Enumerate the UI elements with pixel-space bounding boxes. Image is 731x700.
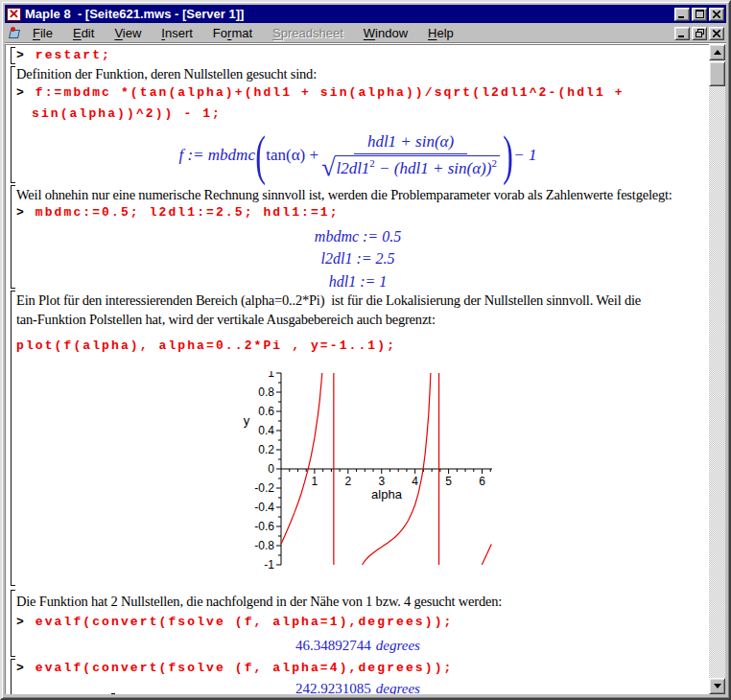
text-cursor	[111, 693, 115, 694]
svg-text:1: 1	[268, 371, 274, 380]
svg-text:-0.2: -0.2	[254, 481, 274, 495]
svg-text:-0.4: -0.4	[254, 501, 274, 514]
scroll-down-button[interactable]	[709, 678, 725, 694]
input-restart[interactable]: > restart;	[16, 48, 111, 62]
svg-text:-0.8: -0.8	[254, 539, 274, 552]
big-paren-left: (	[255, 128, 266, 183]
paragraph-text: Weil ohnehin nur eine numerische Rechnun…	[16, 187, 672, 203]
input-plot-command[interactable]: plot(f(alpha), alpha=0..2*Pi , y=-1..1);	[16, 338, 396, 353]
input-prompt: >	[16, 48, 26, 62]
group-bracket	[11, 659, 15, 694]
vertical-scrollbar[interactable]	[709, 44, 725, 694]
plot-output[interactable]: 123456-1-0.8-0.6-0.4-0.200.20.40.60.81al…	[233, 371, 513, 584]
group-bracket	[11, 291, 15, 586]
maximize-button[interactable]	[692, 8, 707, 21]
paragraph-text: Ein Plot für den interessierenden Bereic…	[16, 292, 641, 309]
maximize-icon	[696, 10, 704, 18]
menu-item-help[interactable]: Help	[423, 24, 459, 42]
plot-svg: 123456-1-0.8-0.6-0.4-0.200.20.40.60.81al…	[233, 371, 513, 584]
scrollbar-thumb[interactable]	[709, 61, 725, 86]
svg-text:5: 5	[445, 475, 452, 488]
group-bracket	[11, 590, 15, 657]
child-restore-icon	[696, 29, 704, 37]
svg-text:-0.6: -0.6	[254, 520, 274, 533]
child-minimize-button[interactable]	[674, 27, 690, 40]
scroll-up-button[interactable]	[709, 44, 725, 60]
minimize-button[interactable]	[674, 8, 690, 21]
output-result-1: 46.34892744degrees	[16, 638, 699, 654]
output-assign-mbdmc: mbdmc := 0.5	[16, 228, 699, 245]
svg-text:0.8: 0.8	[258, 385, 274, 399]
svg-text:0: 0	[268, 462, 274, 476]
svg-text:6: 6	[479, 475, 485, 488]
title-bar: Maple 8 - [Seite621.mws - [Server 1]]	[5, 5, 726, 23]
fraction: hdl1 + sin(α) √ l2dl12 − (hdl1 + sin(α))…	[321, 132, 500, 178]
svg-text:3: 3	[378, 475, 385, 488]
paragraph-text: Die Funktion hat 2 Nullstellen, die nach…	[16, 594, 502, 610]
svg-text:0.6: 0.6	[258, 405, 274, 418]
worksheet-icon[interactable]	[9, 27, 22, 39]
paragraph-text: tan-Funktion Polstellen hat, wird der ve…	[16, 312, 436, 328]
input-f-definition[interactable]: > f:=mbdmc *(tan(alpha)+(hdl1 + sin(alph…	[16, 85, 625, 100]
svg-text:alpha: alpha	[371, 487, 403, 502]
arrow-down-icon	[714, 684, 721, 688]
output-assign-hdl1: hdl1 := 1	[16, 273, 699, 291]
input-fsolve-2[interactable]: > evalf(convert(fsolve (f, alpha=4),degr…	[16, 661, 453, 675]
output-assign-l2dl1: l2dl1 := 2.5	[16, 250, 699, 268]
maple-window: Maple 8 - [Seite621.mws - [Server 1]] Fi…	[0, 0, 731, 700]
child-restore-button[interactable]	[692, 27, 707, 40]
svg-text:y: y	[244, 413, 250, 428]
group-bracket	[11, 185, 15, 289]
big-paren-right: )	[503, 128, 513, 183]
menu-item-format[interactable]: Format	[208, 24, 257, 42]
menu-item-file[interactable]: File	[28, 24, 58, 42]
close-icon	[713, 11, 720, 18]
maple-app-icon[interactable]	[7, 8, 21, 21]
group-bracket	[11, 66, 15, 183]
window-title: Maple 8 - [Seite621.mws - [Server 1]]	[25, 7, 674, 21]
input-parameters[interactable]: > mbdmc:=0.5; l2dl1:=2.5; hdl1:=1;	[16, 205, 340, 220]
input-prompt: >	[16, 85, 26, 100]
child-close-button[interactable]	[709, 27, 724, 40]
menu-item-edit[interactable]: Edit	[68, 24, 99, 42]
child-close-icon	[713, 30, 720, 37]
svg-text:0.4: 0.4	[258, 424, 274, 437]
svg-text:4: 4	[412, 475, 418, 488]
input-prompt: >	[16, 661, 26, 675]
menu-items: FileEditViewInsertFormatSpreadsheetWindo…	[28, 24, 674, 42]
input-fsolve-1[interactable]: > evalf(convert(fsolve (f, alpha=1),degr…	[16, 615, 453, 629]
svg-text:0.2: 0.2	[258, 443, 274, 456]
close-button[interactable]	[709, 8, 724, 21]
menu-item-spreadsheet: Spreadsheet	[268, 24, 348, 42]
svg-text:2: 2	[344, 475, 351, 488]
svg-text:1: 1	[312, 475, 318, 488]
sqrt-radical: √	[321, 157, 335, 178]
arrow-up-icon	[714, 50, 721, 55]
input-f-definition-cont[interactable]: sin(alpha))^2)) - 1;	[32, 106, 222, 121]
input-prompt: >	[16, 205, 26, 220]
menu-item-insert[interactable]: Insert	[156, 24, 198, 42]
worksheet-area[interactable]: > restart; Definition der Funktion, dere…	[5, 44, 712, 694]
menu-bar: FileEditViewInsertFormatSpreadsheetWindo…	[5, 24, 726, 43]
menu-item-view[interactable]: View	[109, 24, 146, 42]
math-output-f: f := mbdmc ( tan(α) + hdl1 + sin(α) √ l2…	[16, 126, 699, 185]
paragraph-text: Definition der Funktion, deren Nullstell…	[16, 66, 317, 82]
output-result-2: 242.9231085degrees	[16, 681, 699, 694]
input-prompt: >	[16, 615, 26, 629]
child-minimize-icon	[678, 30, 686, 37]
minimize-icon	[678, 11, 686, 18]
menu-item-window[interactable]: Window	[359, 24, 413, 42]
svg-text:-1: -1	[264, 558, 274, 572]
group-bracket	[11, 47, 15, 64]
